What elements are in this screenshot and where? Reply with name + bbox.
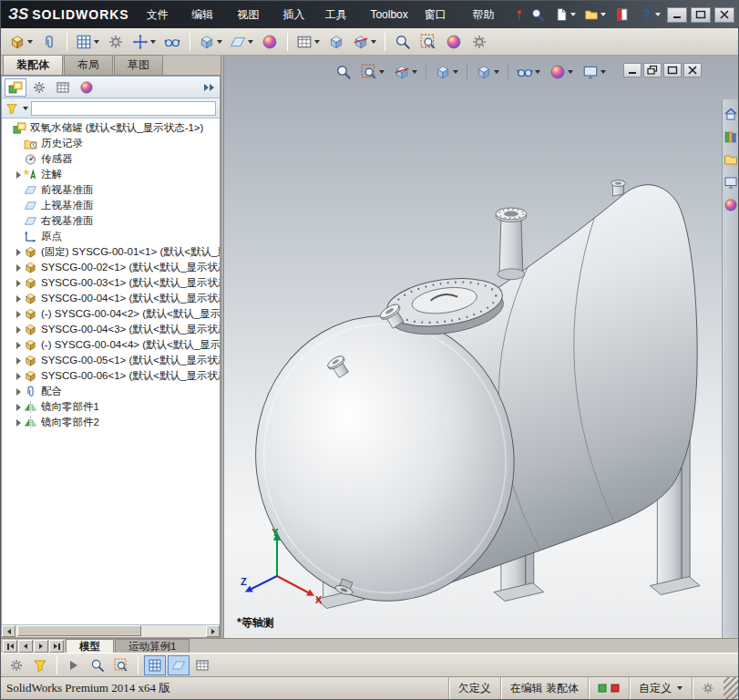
display-style-button[interactable] (472, 61, 503, 83)
zoom-out-button[interactable] (110, 655, 132, 675)
tree-horizontal-scrollbar[interactable] (2, 624, 220, 637)
design-library-button[interactable] (724, 129, 738, 144)
tab-assembly[interactable]: 装配体 (3, 55, 63, 75)
apply-scene-button[interactable] (579, 61, 610, 83)
filter-graphics-button[interactable] (5, 655, 27, 675)
exploded-view-button[interactable] (324, 30, 348, 54)
menu-toolbox[interactable]: Toolbox (362, 5, 416, 25)
tree-item-component[interactable]: (固定) SYSCG-00-01<1> (默认<默认_显示状态-1>) (4, 244, 220, 260)
insert-components-button[interactable] (6, 30, 36, 54)
tree-item-mates[interactable]: 配合 (4, 384, 220, 399)
doc-restore-button[interactable] (643, 63, 662, 77)
filter-funnel-icon[interactable] (5, 102, 18, 115)
menu-pin-icon[interactable] (512, 6, 527, 23)
menu-window[interactable]: 窗口(W) (416, 5, 465, 25)
fitting[interactable] (611, 180, 625, 196)
tree-item-annotations[interactable]: 注解 (4, 167, 220, 182)
mate-button[interactable] (37, 30, 61, 54)
tree-item-front-plane[interactable]: 前视基准面 (4, 182, 220, 198)
hide-show-items-button[interactable] (513, 61, 544, 83)
edit-appearance-button[interactable] (546, 61, 577, 83)
expander-icon[interactable] (16, 404, 21, 411)
smart-fasteners-button[interactable] (104, 30, 128, 54)
section-view-button[interactable] (390, 61, 421, 83)
tree-item-origin[interactable]: 原点 (4, 229, 220, 244)
tree-item-component[interactable]: (-) SYSCG-00-04<2> (默认<默认_显示状态-1>) (4, 306, 220, 322)
assembly-features-button[interactable] (196, 30, 225, 54)
tree-item-component[interactable]: SYSCG-00-04<3> (默认<默认_显示状态-1>) (4, 322, 220, 337)
tree-item-mirror-component[interactable]: 镜向零部件2 (4, 415, 220, 430)
expander-icon[interactable] (16, 326, 21, 334)
window-close-button[interactable] (714, 7, 734, 23)
tab-scroll-last-button[interactable] (49, 640, 64, 653)
tree-item-history[interactable]: 历史记录 (4, 136, 220, 151)
reference-geometry-button[interactable] (227, 30, 256, 54)
tab-scroll-first-button[interactable] (3, 640, 17, 653)
appearances-scenes-button[interactable] (724, 198, 738, 212)
menu-view[interactable]: 视图(V) (229, 5, 274, 25)
tree-item-right-plane[interactable]: 右视基准面 (4, 213, 220, 229)
selection-filter-button[interactable] (29, 655, 51, 675)
expander-icon[interactable] (16, 249, 21, 256)
featuremanager-tree-tab[interactable] (5, 78, 26, 97)
bill-of-materials-button[interactable] (293, 30, 323, 54)
doc-close-button[interactable] (683, 63, 702, 77)
scrollbar-thumb[interactable] (17, 625, 141, 636)
tree-filter-input[interactable] (31, 101, 216, 116)
tab-motion-study-1[interactable]: 运动算例1 (115, 639, 190, 653)
move-component-button[interactable] (129, 30, 159, 54)
tree-item-component[interactable]: SYSCG-00-06<1> (默认<默认_显示状态-1>) (4, 368, 220, 384)
window-maximize-button[interactable] (691, 7, 711, 23)
expander-icon[interactable] (16, 295, 21, 303)
tree-item-component[interactable]: SYSCG-00-04<1> (默认<默认_显示状态-1>) (4, 291, 220, 306)
show-hidden-components-button[interactable] (160, 30, 184, 54)
help-button[interactable] (636, 5, 663, 25)
play-button[interactable] (63, 655, 85, 675)
unit-system-button[interactable] (692, 677, 724, 699)
tree-item-component[interactable]: SYSCG-00-03<1> (默认<默认_显示状态-1>) (4, 275, 220, 291)
file-explorer-button[interactable] (724, 152, 738, 167)
explode-line-sketch-button[interactable] (350, 30, 379, 54)
new-document-button[interactable] (551, 5, 579, 25)
doc-minimize-button[interactable] (623, 63, 641, 77)
scrollbar-track[interactable] (15, 625, 206, 637)
expander-icon[interactable] (16, 264, 21, 272)
options-button[interactable] (611, 5, 633, 25)
menu-edit[interactable]: 编辑(E) (183, 5, 229, 25)
expander-icon[interactable] (16, 388, 21, 396)
toolbar-options-button[interactable] (467, 30, 491, 54)
tab-model[interactable]: 模型 (66, 639, 114, 653)
tree-item-component[interactable]: (-) SYSCG-00-04<4> (默认<默认_显示状态-1>) (4, 337, 220, 353)
tab-sketch[interactable]: 草图 (114, 55, 163, 75)
tab-scroll-next-button[interactable] (34, 640, 48, 653)
dropdown-arrow-icon[interactable] (23, 107, 28, 110)
appearance-button[interactable] (442, 30, 466, 54)
scroll-right-button[interactable] (206, 625, 220, 637)
menu-file[interactable]: 文件(F) (139, 5, 184, 25)
displaymanager-tab[interactable] (76, 78, 98, 97)
measure-button[interactable] (416, 30, 440, 54)
doc-maximize-button[interactable] (663, 63, 682, 77)
graphics-area[interactable]: Y X Z *等轴测 (224, 56, 738, 638)
reference-triad[interactable]: Y X Z (239, 523, 330, 614)
propertymanager-tab[interactable] (28, 78, 50, 97)
vent-nozzle[interactable] (496, 208, 527, 280)
zoom-to-area-button[interactable] (357, 61, 388, 83)
scroll-left-button[interactable] (2, 625, 15, 637)
tree-root-item[interactable]: 双氧水储罐 (默认<默认_显示状态-1>) (4, 120, 220, 136)
window-minimize-button[interactable] (667, 7, 687, 23)
expander-icon[interactable] (16, 171, 21, 179)
menu-help[interactable]: 帮助(H) (465, 5, 511, 25)
zoom-to-fit-button[interactable] (332, 61, 355, 83)
custom-dropdown[interactable]: 自定义 (629, 677, 692, 699)
menu-tools[interactable]: 工具(T) (317, 5, 363, 25)
tree-item-sensors[interactable]: 传感器 (4, 151, 220, 167)
expander-icon[interactable] (16, 280, 21, 287)
view-palette-button[interactable] (724, 175, 738, 190)
tree-item-mirror-component[interactable]: 镜向零部件1 (4, 399, 220, 415)
zoom-in-button[interactable] (87, 655, 108, 675)
expander-icon[interactable] (16, 342, 21, 349)
tree-item-component[interactable]: SYSCG-00-02<1> (默认<默认_显示状态-1>) (4, 260, 220, 275)
open-document-button[interactable] (581, 5, 609, 25)
expander-icon[interactable] (16, 419, 21, 427)
